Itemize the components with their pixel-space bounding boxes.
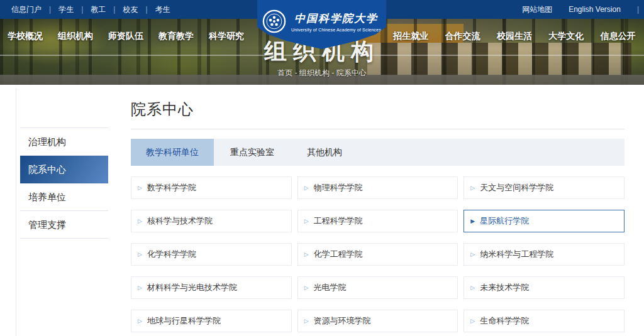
arrow-right-icon: ▷ [304,252,309,257]
department-card[interactable]: ▷未来技术学院 [464,276,625,299]
topbar-links: 信息门户|学生|教工|校友|考生 [11,4,170,15]
sidebar-item[interactable]: 院系中心 [20,156,108,183]
sidebar-divider-line [16,88,16,336]
nav-item[interactable]: 大学文化 [548,31,584,42]
department-card[interactable]: ▷化学科学学院 [131,243,292,266]
department-card-label: 生命科学学院 [480,315,529,327]
logo-name-cn: 中国科学院大学 [294,11,378,26]
nav-item[interactable]: 信息公开 [601,31,636,42]
department-card-label: 未来技术学院 [480,282,529,293]
nav-item[interactable]: 学校概况 [8,31,43,42]
arrow-right-icon: ▷ [304,285,309,291]
department-card-label: 核科学与技术学院 [147,215,213,227]
nav-item[interactable]: 校园生活 [497,31,532,42]
nav-item[interactable]: 师资队伍 [108,31,143,42]
main-nav-right: 招生就业合作交流校园生活大学文化信息公开 [385,28,644,45]
topbar-link[interactable]: 考生 [155,4,170,15]
arrow-right-icon: ▷ [138,185,142,191]
department-card-label: 星际航行学院 [480,215,529,227]
nav-item[interactable]: 组织机构 [58,31,93,42]
department-card[interactable]: ▷纳米科学与工程学院 [464,243,625,266]
department-card-label: 资源与环境学院 [314,315,371,327]
topbar-right-links: 网站地图English Version| [522,4,639,15]
topbar-link[interactable]: 网站地图 [522,4,552,15]
topbar-link[interactable]: English Version [569,5,621,14]
arrow-right-icon: ▷ [138,219,142,224]
tab[interactable]: 教学科研单位 [131,139,214,166]
department-card[interactable]: ▷资源与环境学院 [297,310,458,332]
department-card-label: 物理科学学院 [314,182,363,193]
department-card[interactable]: ▷物理科学学院 [297,176,458,199]
sidebar-item[interactable]: 培养单位 [20,183,108,211]
arrow-right-icon: ▷ [470,318,475,324]
topbar-separator: | [49,5,51,14]
topbar-separator: | [637,5,639,14]
department-card[interactable]: ▷化学工程学院 [297,243,458,266]
arrow-right-icon: ▷ [138,252,142,257]
department-card[interactable]: ▷天文与空间科学学院 [464,176,625,199]
arrow-right-icon: ▷ [470,285,475,291]
arrow-right-icon: ▷ [470,252,475,257]
department-card[interactable]: ▷生命科学学院 [464,310,625,332]
sidebar: 治理机构院系中心培养单位管理支撑 [20,127,108,239]
department-card-label: 化学工程学院 [314,249,363,260]
arrow-right-icon: ▷ [470,185,475,191]
page: 信息门户|学生|教工|校友|考生 网站地图English Version| 组织… [0,0,644,336]
logo-name-en: University of Chinese Academy of Science… [291,28,381,32]
department-card[interactable]: ▷数学科学学院 [131,176,292,199]
tab[interactable]: 其他机构 [291,139,358,166]
department-card-label: 化学科学学院 [147,249,196,260]
main-content: 院系中心 教学科研单位重点实验室其他机构 ▷数学科学学院▷物理科学学院▷天文与空… [131,88,625,332]
topbar-link[interactable]: 校友 [123,4,138,15]
topbar-separator: | [81,5,83,14]
department-card-label: 天文与空间科学学院 [480,182,553,193]
department-grid: ▷数学科学学院▷物理科学学院▷天文与空间科学学院▷核科学与技术学院▷工程科学学院… [131,176,625,332]
topbar-separator: | [145,5,147,14]
department-card-label: 地球与行星科学学院 [147,315,221,327]
nav-item[interactable]: 招生就业 [393,31,428,42]
tabbar: 教学科研单位重点实验室其他机构 [131,139,625,166]
sidebar-item[interactable]: 管理支撑 [20,211,108,239]
arrow-right-icon: ▶ [470,219,475,224]
arrow-right-icon: ▷ [304,185,309,191]
tab[interactable]: 重点实验室 [214,139,291,166]
topbar-link[interactable]: 学生 [58,4,74,15]
arrow-right-icon: ▷ [138,285,142,291]
department-card[interactable]: ▷地球与行星科学学院 [131,310,292,332]
breadcrumb[interactable]: 首页 - 组织机构 - 院系中心 [0,68,644,79]
title-divider [131,129,625,129]
main-nav-left: 学校概况组织机构师资队伍教育教学科学研究 [0,28,252,45]
nav-item[interactable]: 教育教学 [158,31,194,42]
department-card-label: 数学科学学院 [147,182,196,193]
department-card-label: 纳米科学与工程学院 [480,249,553,260]
sidebar-item[interactable]: 治理机构 [20,128,108,156]
topbar-link[interactable]: 教工 [91,4,106,15]
department-card[interactable]: ▷光电学院 [297,276,458,299]
nav-item[interactable]: 科学研究 [209,31,244,42]
topbar-separator: | [113,5,115,14]
department-card-label: 光电学院 [314,282,347,293]
arrow-right-icon: ▷ [304,318,309,324]
nav-item[interactable]: 合作交流 [445,31,480,42]
department-card-label: 材料科学与光电技术学院 [147,282,237,293]
topbar-link[interactable]: 信息门户 [11,4,42,15]
ucas-emblem-icon [262,9,286,33]
department-card[interactable]: ▷核科学与技术学院 [131,210,292,232]
department-card[interactable]: ▷工程科学学院 [297,210,458,232]
department-card-label: 工程科学学院 [314,215,363,227]
arrow-right-icon: ▷ [304,219,309,224]
department-card[interactable]: ▷材料科学与光电技术学院 [131,276,292,299]
arrow-right-icon: ▷ [138,318,142,324]
department-card[interactable]: ▶星际航行学院 [464,210,625,232]
header-banner: 信息门户|学生|教工|校友|考生 网站地图English Version| 组织… [0,0,644,85]
logo-text: 中国科学院大学 University of Chinese Academy of… [291,11,381,32]
page-title: 院系中心 [131,88,625,119]
